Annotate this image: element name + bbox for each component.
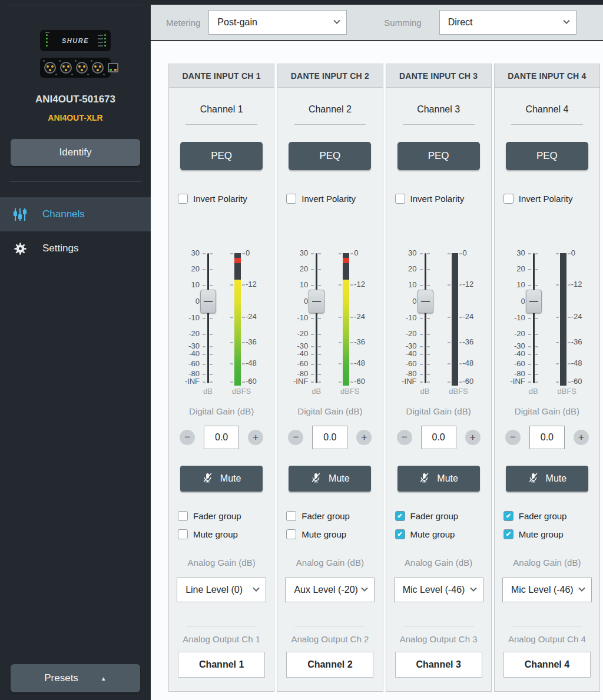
invert-polarity-row[interactable]: Invert Polarity [495,194,599,204]
identify-button[interactable]: Identify [11,139,140,166]
mute-button[interactable]: Mute [180,466,263,492]
presets-button[interactable]: Presets ▲ [11,664,140,692]
tick-mark [535,334,538,335]
sidebar-item-settings[interactable]: Settings [0,231,151,266]
analog-gain-select[interactable]: Mic Level (-46) [502,578,592,602]
mute-button[interactable]: Mute [506,466,588,492]
invert-polarity-checkbox[interactable] [178,194,188,204]
invert-polarity-checkbox[interactable] [503,194,513,204]
channel-name-underline [185,124,257,125]
fader-group-row[interactable]: Fader group [277,511,382,521]
digital-gain-input[interactable] [312,426,347,449]
channel-name-input[interactable]: Channel 3 [386,104,491,115]
analog-gain-select[interactable]: Line Level (0) [177,578,266,602]
ethernet-port-icon [108,63,118,72]
fader-handle[interactable] [526,290,542,313]
analog-gain-select[interactable]: Aux Level (-20) [285,578,375,602]
analog-output-channel-button[interactable]: Channel 1 [178,652,265,678]
mute-button[interactable]: Mute [289,466,371,492]
fader-handle[interactable] [418,290,433,313]
metering-select[interactable]: Post-gain [208,10,347,35]
tick-mark [427,381,430,383]
invert-polarity-checkbox[interactable] [395,194,405,204]
fader-track[interactable] [207,253,209,383]
digital-gain-input[interactable] [421,426,456,449]
meter-tick-label: -36 [463,337,489,347]
peq-button[interactable]: PEQ [180,142,263,170]
summing-select[interactable]: Direct [439,10,577,35]
fader-meter-rail: dB dBFS 3020100-10-20-30-40-60-80-INF0-1… [169,250,274,398]
fader-track[interactable] [425,253,426,383]
fader-group-checkbox[interactable] [503,511,513,521]
tick-mark [420,285,423,286]
fader-group-checkbox[interactable] [286,511,296,521]
tick-mark [420,374,423,375]
meter-tick-label: -24 [571,312,597,321]
tick-mark [210,374,213,375]
analog-gain-select[interactable]: Mic Level (-46) [394,578,483,602]
invert-polarity-row[interactable]: Invert Polarity [277,194,382,204]
fader-handle[interactable] [309,290,324,313]
invert-polarity-row[interactable]: Invert Polarity [386,194,491,204]
fader-handle[interactable] [200,290,216,313]
tick-mark [203,318,206,319]
tick-mark [427,285,430,286]
fader-unit-label: dB [196,387,220,396]
analog-gain-label: Analog Gain (dB) [386,558,491,568]
mute-group-row[interactable]: Mute group [277,529,382,539]
fader-unit-label: dB [522,387,545,396]
gain-increment-button[interactable]: + [574,430,589,445]
tick-mark [350,317,353,318]
fader-meter-rail: dB dBFS 3020100-10-20-30-40-60-80-INF0-1… [277,250,382,398]
gain-decrement-button[interactable]: − [288,430,303,445]
fader-tick-label: 30 [499,248,525,258]
mute-group-row[interactable]: Mute group [169,529,274,539]
analog-output-channel-button[interactable]: Channel 2 [286,652,373,678]
fader-track[interactable] [533,253,535,383]
mute-group-row[interactable]: Mute group [495,529,599,539]
digital-gain-input[interactable] [529,426,565,449]
tick-mark [535,346,538,347]
channel-name-input[interactable]: Channel 1 [169,104,274,115]
gain-increment-button[interactable]: + [248,430,263,445]
mute-group-checkbox[interactable] [286,529,296,539]
sidebar-item-channels[interactable]: Channels [0,197,151,231]
tick-mark [318,334,321,335]
gain-decrement-button[interactable]: − [505,430,521,445]
fader-tick-label: -60 [174,359,200,369]
digital-gain-input[interactable] [204,426,239,449]
analog-output-channel-button[interactable]: Channel 3 [395,652,482,678]
invert-polarity-row[interactable]: Invert Polarity [169,194,274,204]
section-divider [403,626,474,626]
analog-output-channel-button[interactable]: Channel 4 [503,652,591,678]
tick-mark [230,253,233,254]
mic-muted-icon [419,472,430,486]
analog-output-label: Analog Output Ch 2 [277,634,382,644]
fader-tick-label: -10 [174,313,200,323]
fader-track[interactable] [316,253,317,383]
peq-button[interactable]: PEQ [289,142,371,170]
mute-group-checkbox[interactable] [503,529,513,539]
mute-group-checkbox[interactable] [395,529,405,539]
fader-group-checkbox[interactable] [395,511,405,521]
tick-mark [339,363,342,364]
channel-header: DANTE INPUT CH 4 [495,64,599,88]
mute-button[interactable]: Mute [397,466,480,492]
channel-name-input[interactable]: Channel 2 [277,104,382,115]
peq-button[interactable]: PEQ [506,142,588,170]
fader-group-row[interactable]: Fader group [495,511,599,521]
fader-group-checkbox[interactable] [178,511,188,521]
tick-mark [448,381,450,383]
fader-group-row[interactable]: Fader group [169,511,274,521]
mute-group-row[interactable]: Mute group [386,529,491,539]
gain-increment-button[interactable]: + [356,430,372,445]
channel-name-input[interactable]: Channel 4 [495,104,599,115]
tick-mark [203,285,206,286]
gain-decrement-button[interactable]: − [397,430,412,445]
fader-group-row[interactable]: Fader group [386,511,491,521]
mute-group-checkbox[interactable] [178,529,188,539]
gain-decrement-button[interactable]: − [180,430,195,445]
peq-button[interactable]: PEQ [397,142,480,170]
invert-polarity-checkbox[interactable] [286,194,296,204]
gain-increment-button[interactable]: + [465,430,481,445]
